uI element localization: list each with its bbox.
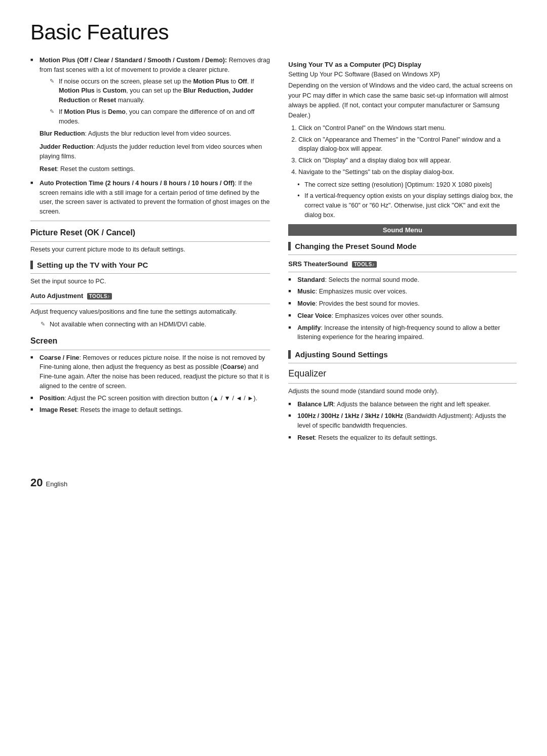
judder-reduction-text: Judder Reduction: Adjusts the judder red… <box>40 142 270 162</box>
sound-menu-banner: Sound Menu <box>288 224 517 236</box>
picture-reset-title: Picture Reset (OK / Cancel) <box>30 228 270 237</box>
dot-resolution: The correct size setting (resolution) [O… <box>297 180 517 190</box>
step-3: Click on "Display" and a display dialog … <box>298 156 517 165</box>
left-column: Motion Plus (Off / Clear / Standard / Sm… <box>30 56 270 446</box>
motion-plus-sub1: If noise occurs on the screen, please se… <box>50 77 270 105</box>
screen-title: Screen <box>30 337 270 346</box>
srs-amplify: Amplify: Increase the intensity of high-… <box>288 323 517 343</box>
srs-music: Music: Emphasizes music over voices. <box>288 287 517 297</box>
divider-setting-tv <box>30 273 270 274</box>
setting-tv-text: Set the input source to PC. <box>30 277 270 286</box>
footer-lang: English <box>46 480 67 488</box>
setting-tv-title: Setting up the TV with Your PC <box>30 261 270 269</box>
screen-bullets: Coarse / Fine: Removes or reduces pictur… <box>30 353 270 415</box>
srs-clear-voice: Clear Voice: Emphasizes voices over othe… <box>288 311 517 321</box>
divider-changing-preset <box>288 255 517 255</box>
motion-plus-sub2: If Motion Plus is Demo, you can compare … <box>50 107 270 127</box>
adj-sound-title: Adjusting Sound Settings <box>288 350 517 359</box>
page-number: 20 <box>30 476 43 489</box>
srs-tools-badge: TOOLS♪ <box>352 261 377 268</box>
pc-display-intro: Setting Up Your PC Software (Based on Wi… <box>288 70 517 79</box>
dot-frequency: If a vertical-frequency option exists on… <box>297 191 517 220</box>
pc-display-text: Depending on the version of Windows and … <box>288 81 517 120</box>
auto-adj-note-item: Not available when connecting with an HD… <box>41 320 270 329</box>
right-column: Using Your TV as a Computer (PC) Display… <box>288 56 517 446</box>
divider-auto-adj <box>30 304 270 304</box>
equalizer-intro: Adjusts the sound mode (standard sound m… <box>288 387 517 396</box>
srs-title: SRS TheaterSound TOOLS♪ <box>288 260 517 268</box>
page-title: Basic Features <box>30 20 517 45</box>
pc-setup-dots: The correct size setting (resolution) [O… <box>288 180 517 220</box>
step-2: Click on "Appearance and Themes" in the … <box>298 135 517 154</box>
auto-adj-text: Adjust frequency values/positions and fi… <box>30 307 270 317</box>
auto-adj-title: Auto Adjustment TOOLS♪ <box>30 292 270 300</box>
srs-bullets: Standard: Selects the normal sound mode.… <box>288 275 517 343</box>
eq-bandwidth: 100Hz / 300Hz / 1kHz / 3kHz / 10kHz (Ban… <box>288 411 517 431</box>
tools-badge: TOOLS♪ <box>87 293 112 300</box>
divider-equalizer <box>288 383 517 384</box>
reset-text: Reset: Reset the custom settings. <box>40 164 270 174</box>
divider-srs <box>288 272 517 272</box>
eq-balance: Balance L/R: Adjusts the balance between… <box>288 400 517 409</box>
picture-reset-text: Resets your current picture mode to its … <box>30 245 270 255</box>
auto-adj-note: Not available when connecting with an HD… <box>30 320 270 329</box>
srs-movie: Movie: Provides the best sound for movie… <box>288 299 517 309</box>
screen-position: Position: Adjust the PC screen position … <box>30 394 270 403</box>
divider-screen <box>30 350 270 350</box>
motion-plus-subs: If noise occurs on the screen, please se… <box>40 77 270 127</box>
changing-preset-title: Changing the Preset Sound Mode <box>288 242 517 250</box>
divider-picture-reset-bottom <box>30 241 270 242</box>
screen-image-reset: Image Reset: Resets the image to default… <box>30 405 270 415</box>
screen-coarse-fine: Coarse / Fine: Removes or reduces pictur… <box>30 353 270 391</box>
motion-plus-title: Motion Plus (Off / Clear / Standard / Sm… <box>40 57 270 73</box>
motion-plus-item: Motion Plus (Off / Clear / Standard / Sm… <box>30 56 270 175</box>
blur-reduction-text: Blur Reduction: Adjusts the blur reducti… <box>40 129 270 139</box>
pc-display-title: Using Your TV as a Computer (PC) Display <box>288 61 517 68</box>
pc-setup-steps: Click on "Control Panel" on the Windows … <box>288 123 517 177</box>
eq-bullets: Balance L/R: Adjusts the balance between… <box>288 400 517 443</box>
auto-protection-item: Auto Protection Time (2 hours / 4 hours … <box>30 179 270 217</box>
motion-plus-section: Motion Plus (Off / Clear / Standard / Sm… <box>30 56 270 217</box>
page-footer: 20 English <box>30 476 517 489</box>
srs-standard: Standard: Selects the normal sound mode. <box>288 275 517 285</box>
step-4: Navigate to the "Settings" tab on the di… <box>298 167 517 177</box>
divider-picture-reset <box>30 221 270 221</box>
step-1: Click on "Control Panel" on the Windows … <box>298 123 517 133</box>
eq-reset: Reset: Resets the equalizer to its defau… <box>288 433 517 443</box>
equalizer-title: Equalizer <box>288 368 517 379</box>
divider-adj-sound <box>288 363 517 363</box>
